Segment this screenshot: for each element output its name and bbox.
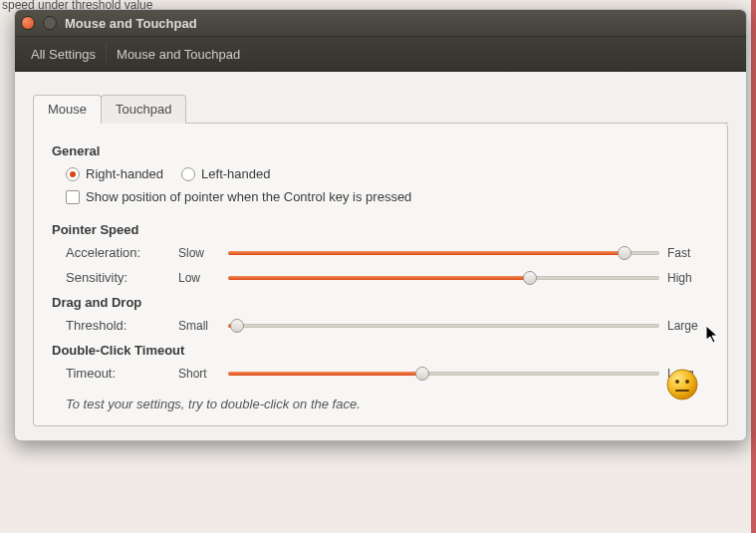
sensitivity-low: Low bbox=[178, 271, 220, 285]
section-drag-drop-title: Drag and Drop bbox=[52, 295, 709, 310]
svg-point-0 bbox=[667, 370, 697, 400]
mouse-panel: General Right-handed Left-handed Show po… bbox=[33, 124, 728, 426]
row-sensitivity: Sensitivity: Low High bbox=[66, 270, 709, 285]
radio-icon bbox=[181, 167, 195, 181]
settings-window: Mouse and Touchpad All Settings Mouse an… bbox=[14, 9, 747, 441]
sensitivity-label: Sensitivity: bbox=[66, 270, 170, 285]
radio-left-label: Left-handed bbox=[201, 166, 270, 181]
timeout-slider[interactable] bbox=[228, 367, 659, 381]
breadcrumb-current[interactable]: Mouse and Touchpad bbox=[106, 43, 250, 66]
threshold-low: Small bbox=[178, 319, 220, 333]
slider-thumb-icon[interactable] bbox=[618, 246, 631, 260]
slider-thumb-icon[interactable] bbox=[523, 271, 537, 285]
test-face-icon[interactable] bbox=[665, 368, 699, 401]
breadcrumb-all-settings[interactable]: All Settings bbox=[21, 43, 106, 66]
svg-point-2 bbox=[685, 380, 689, 384]
threshold-label: Threshold: bbox=[66, 318, 170, 333]
section-pointer-speed-title: Pointer Speed bbox=[52, 222, 709, 237]
row-acceleration: Acceleration: Slow Fast bbox=[66, 245, 709, 260]
right-edge-decor bbox=[751, 0, 756, 533]
acceleration-high: Fast bbox=[667, 246, 709, 260]
timeout-label: Timeout: bbox=[66, 366, 170, 381]
sensitivity-slider[interactable] bbox=[228, 271, 659, 285]
row-threshold: Threshold: Small Large bbox=[66, 318, 709, 333]
radio-icon bbox=[66, 167, 80, 181]
threshold-high: Large bbox=[667, 319, 709, 333]
acceleration-label: Acceleration: bbox=[66, 245, 170, 260]
slider-thumb-icon[interactable] bbox=[415, 367, 429, 381]
tab-mouse[interactable]: Mouse bbox=[33, 95, 102, 124]
test-hint: To test your settings, try to double-cli… bbox=[66, 397, 709, 411]
window-title: Mouse and Touchpad bbox=[65, 16, 197, 31]
slider-fill bbox=[228, 251, 625, 255]
checkbox-show-pointer-label: Show position of pointer when the Contro… bbox=[86, 189, 411, 204]
slider-thumb-icon[interactable] bbox=[230, 319, 244, 333]
tab-bar: Mouse Touchpad bbox=[33, 94, 728, 124]
row-timeout: Timeout: Short Long bbox=[66, 366, 709, 381]
slider-fill bbox=[228, 372, 422, 376]
breadcrumb: All Settings Mouse and Touchpad bbox=[15, 37, 746, 72]
timeout-low: Short bbox=[178, 367, 220, 381]
radio-right-handed[interactable]: Right-handed bbox=[66, 166, 163, 181]
threshold-slider[interactable] bbox=[228, 319, 659, 333]
slider-fill bbox=[228, 276, 530, 280]
sensitivity-high: High bbox=[667, 271, 709, 285]
acceleration-slider[interactable] bbox=[228, 246, 659, 260]
section-general-title: General bbox=[52, 143, 709, 158]
radio-left-handed[interactable]: Left-handed bbox=[181, 166, 270, 181]
acceleration-low: Slow bbox=[178, 246, 220, 260]
titlebar[interactable]: Mouse and Touchpad bbox=[15, 10, 746, 37]
checkbox-icon bbox=[66, 190, 80, 204]
section-double-click-title: Double-Click Timeout bbox=[52, 343, 709, 358]
close-icon[interactable] bbox=[21, 16, 35, 30]
svg-point-1 bbox=[675, 380, 679, 384]
radio-right-label: Right-handed bbox=[86, 166, 163, 181]
checkbox-show-pointer[interactable]: Show position of pointer when the Contro… bbox=[66, 189, 411, 204]
content-area: Mouse Touchpad General Right-handed Left… bbox=[15, 72, 746, 440]
tab-touchpad[interactable]: Touchpad bbox=[101, 95, 186, 124]
slider-track bbox=[228, 324, 659, 328]
minimize-icon[interactable] bbox=[43, 16, 57, 30]
